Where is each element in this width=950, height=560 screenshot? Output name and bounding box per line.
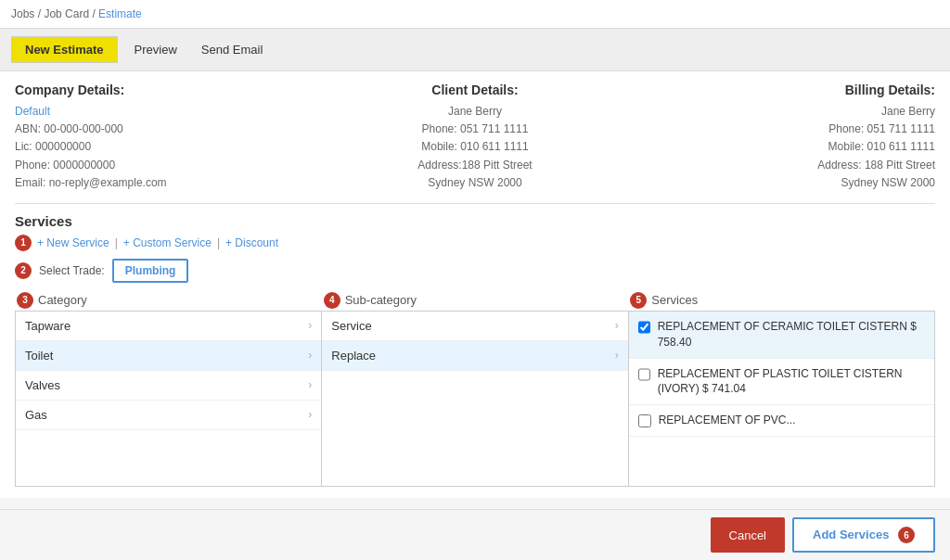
send-email-button[interactable]: Send Email bbox=[194, 37, 270, 62]
step-1-circle: 1 bbox=[15, 235, 32, 251]
services-panel: REPLACEMENT OF CERAMIC TOILET CISTERN $ … bbox=[629, 312, 934, 486]
chevron-icon: › bbox=[308, 378, 312, 391]
subcategory-replace[interactable]: Replace › bbox=[322, 341, 627, 371]
breadcrumb-estimate[interactable]: Estimate bbox=[98, 7, 142, 20]
client-details: Client Details: Jane Berry Phone: 051 71… bbox=[318, 83, 631, 192]
company-abn: ABN: 00-000-000-000 bbox=[15, 121, 309, 138]
replace-label: Replace bbox=[331, 349, 376, 363]
category-label-row: 3 Category bbox=[15, 292, 322, 309]
subcategory-service[interactable]: Service › bbox=[322, 312, 627, 341]
client-phone: Phone: 051 711 1111 bbox=[327, 121, 622, 138]
subcategory-label: Sub-category bbox=[345, 293, 417, 307]
client-address: Address:188 Pitt Street bbox=[327, 157, 622, 174]
step-5-circle: 5 bbox=[630, 292, 647, 309]
step-4-circle: 4 bbox=[324, 292, 340, 309]
add-services-label: Add Services bbox=[813, 528, 889, 541]
preview-button[interactable]: Preview bbox=[127, 37, 185, 62]
breadcrumb-jobs[interactable]: Jobs bbox=[11, 7, 34, 20]
category-valves[interactable]: Valves › bbox=[16, 371, 321, 401]
bottom-bar: Cancel Add Services 6 bbox=[0, 509, 950, 560]
billing-title: Billing Details: bbox=[641, 83, 935, 97]
subcategory-label-row: 4 Sub-category bbox=[322, 292, 629, 309]
panels-outer: 3 Category 4 Sub-category 5 Services Tap… bbox=[15, 292, 935, 487]
new-service-link[interactable]: + New Service bbox=[37, 236, 109, 249]
plumbing-button[interactable]: Plumbing bbox=[112, 259, 189, 283]
service-actions: 1 + New Service | + Custom Service | + D… bbox=[15, 235, 935, 251]
billing-phone: Phone: 051 711 1111 bbox=[641, 121, 935, 138]
service-checkbox-1[interactable] bbox=[638, 321, 650, 334]
billing-name: Jane Berry bbox=[641, 103, 935, 121]
category-panel: Tapware › Toilet › Valves › Gas › bbox=[16, 312, 322, 486]
sep2: | bbox=[217, 236, 220, 249]
breadcrumb: Jobs / Job Card / Estimate bbox=[0, 0, 950, 29]
custom-service-link[interactable]: + Custom Service bbox=[123, 236, 212, 249]
details-row: Company Details: Default ABN: 00-000-000… bbox=[15, 83, 935, 204]
add-services-button[interactable]: Add Services 6 bbox=[792, 517, 935, 553]
company-phone: Phone: 0000000000 bbox=[15, 157, 309, 174]
service-name-1: REPLACEMENT OF CERAMIC TOILET CISTERN $ … bbox=[658, 319, 925, 350]
chevron-icon: › bbox=[615, 349, 619, 362]
company-lic: Lic: 000000000 bbox=[15, 138, 309, 156]
services-label-row: 5 Services bbox=[628, 292, 935, 309]
chevron-icon: › bbox=[308, 319, 312, 332]
service-item-2[interactable]: REPLACEMENT OF PLASTIC TOILET CISTERN (I… bbox=[629, 359, 934, 406]
toolbar: New Estimate Preview Send Email bbox=[0, 29, 950, 71]
billing-details: Billing Details: Jane Berry Phone: 051 7… bbox=[632, 83, 935, 192]
category-tapware[interactable]: Tapware › bbox=[16, 312, 321, 341]
service-item-3[interactable]: REPLACEMENT OF PVC... bbox=[629, 405, 934, 437]
tapware-label: Tapware bbox=[25, 319, 71, 333]
billing-mobile: Mobile: 010 611 1111 bbox=[641, 138, 935, 156]
client-city: Sydney NSW 2000 bbox=[327, 174, 622, 192]
service-checkbox-3[interactable] bbox=[638, 414, 651, 427]
discount-link[interactable]: + Discount bbox=[225, 236, 278, 249]
category-gas[interactable]: Gas › bbox=[16, 401, 321, 430]
chevron-icon: › bbox=[308, 408, 312, 421]
subcategory-panel: Service › Replace › bbox=[322, 312, 628, 486]
category-toilet[interactable]: Toilet › bbox=[16, 341, 321, 371]
toilet-label: Toilet bbox=[25, 349, 53, 363]
select-trade-row: 2 Select Trade: Plumbing bbox=[15, 259, 935, 283]
chevron-icon: › bbox=[615, 319, 619, 332]
services-section: Services 1 + New Service | + Custom Serv… bbox=[15, 213, 935, 487]
client-title: Client Details: bbox=[327, 83, 622, 97]
main-content: Company Details: Default ABN: 00-000-000… bbox=[0, 71, 950, 498]
step-2-circle: 2 bbox=[15, 262, 32, 279]
company-details: Company Details: Default ABN: 00-000-000… bbox=[15, 83, 318, 192]
sep1: | bbox=[115, 236, 118, 249]
billing-address: Address: 188 Pitt Street bbox=[641, 157, 935, 174]
billing-city: Sydney NSW 2000 bbox=[641, 174, 935, 192]
company-email: Email: no-reply@example.com bbox=[15, 174, 309, 192]
client-name: Jane Berry bbox=[327, 103, 622, 121]
company-name: Default bbox=[15, 103, 309, 121]
service-name-2: REPLACEMENT OF PLASTIC TOILET CISTERN (I… bbox=[658, 366, 925, 398]
panels-labels: 3 Category 4 Sub-category 5 Services bbox=[15, 292, 935, 309]
service-item-1[interactable]: REPLACEMENT OF CERAMIC TOILET CISTERN $ … bbox=[629, 312, 934, 359]
step-6-circle: 6 bbox=[898, 527, 915, 543]
category-label: Category bbox=[38, 293, 87, 307]
services-title: Services bbox=[15, 213, 935, 229]
client-mobile: Mobile: 010 611 1111 bbox=[327, 138, 622, 156]
valves-label: Valves bbox=[25, 378, 60, 392]
service-name-3: REPLACEMENT OF PVC... bbox=[659, 413, 796, 428]
company-title: Company Details: bbox=[15, 83, 309, 97]
step-3-circle: 3 bbox=[17, 292, 33, 309]
cancel-button[interactable]: Cancel bbox=[711, 517, 785, 553]
three-panels: Tapware › Toilet › Valves › Gas › bbox=[15, 311, 935, 487]
services-label: Services bbox=[651, 293, 698, 307]
gas-label: Gas bbox=[25, 408, 47, 422]
service-label: Service bbox=[331, 319, 371, 333]
chevron-icon: › bbox=[308, 349, 312, 362]
breadcrumb-job-card[interactable]: Job Card bbox=[44, 7, 89, 20]
new-estimate-button[interactable]: New Estimate bbox=[11, 36, 118, 63]
trade-label: Select Trade: bbox=[39, 264, 105, 277]
service-checkbox-2[interactable] bbox=[638, 368, 650, 381]
